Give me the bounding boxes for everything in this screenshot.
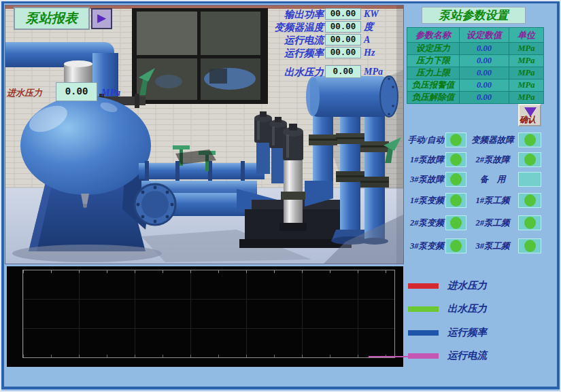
indicator-label-pump2-vfd: 2#泵变频 (402, 215, 444, 230)
output-power-value: 00.00 (325, 8, 361, 20)
lamp-pump2-mains (518, 215, 541, 230)
lamp-circle (524, 217, 536, 229)
outlet-pressure-value: 0.00 (325, 65, 361, 78)
indicator-label-pump3-mains: 3#泵工频 (468, 238, 517, 253)
pump-station-hmi-screen: 泵站报表 ▶ 进水压力 0.00 MPa 输出功率 00.00 KW 变频器温度… (0, 0, 561, 392)
axis-ticks-bottom (23, 355, 394, 357)
legend-swatch-run-current (408, 353, 439, 359)
lamp-circle (450, 173, 462, 185)
lamp-circle (524, 194, 536, 207)
legend-swatch-outlet-pressure (408, 306, 439, 312)
confirm-button[interactable]: 确认 (518, 104, 541, 126)
col-header-unit: 单位 (509, 28, 544, 43)
lamp-pump3-fault (445, 172, 466, 187)
indicator-label-pump2-mains: 2#泵工频 (468, 215, 517, 230)
lamp-circle (450, 154, 462, 166)
inlet-pressure-unit: MPa (101, 84, 120, 102)
run-current-value: 00.00 (325, 34, 361, 46)
params-table: 参数名称 设定数值 单位 设定压力 0.00 MPa 压力下限 0.00 MPa… (407, 27, 544, 104)
vfd-temp-value: 00.00 (325, 21, 361, 33)
param-name: 压力下限 (407, 55, 460, 67)
indicator-label-pump1-fault: 1#泵故障 (402, 152, 444, 167)
param-value[interactable]: 0.00 (460, 79, 509, 92)
output-power-label: 输出功率 (239, 8, 324, 20)
indicator-label-vfd-fault: 变频器故障 (468, 132, 517, 147)
lamp-manual-auto (445, 132, 466, 147)
pressure-tank (20, 96, 151, 251)
param-value[interactable]: 0.00 (460, 55, 509, 67)
run-frequency-unit: Hz (364, 47, 375, 59)
table-row: 设定压力 0.00 MPa (407, 43, 544, 55)
legend-label-inlet-pressure: 进水压力 (447, 279, 487, 292)
inlet-pressure-label: 进水压力 (7, 84, 54, 102)
param-value[interactable]: 0.00 (460, 43, 509, 55)
lamp-pump1-fault (445, 152, 466, 167)
param-name: 压力上限 (407, 67, 460, 79)
param-unit: MPa (509, 79, 544, 92)
legend-swatch-inlet-pressure (408, 283, 439, 289)
param-name: 设定压力 (407, 43, 460, 55)
indicator-label-pump1-vfd: 1#泵变频 (402, 193, 444, 208)
lamp-pump2-fault (518, 152, 541, 167)
param-unit: MPa (509, 92, 544, 104)
table-row: 压力上限 0.00 MPa (407, 67, 544, 79)
vfd-temp-unit: 度 (364, 21, 373, 33)
outlet-pressure-unit: MPa (364, 66, 383, 78)
param-name: 负压报警值 (407, 79, 460, 92)
lamp-circle (524, 154, 536, 166)
trace-run-current (369, 356, 409, 357)
confirm-label: 确认 (520, 114, 540, 126)
lamp-vfd-fault (518, 132, 541, 147)
col-header-name: 参数名称 (407, 28, 460, 43)
grid-horizontal (23, 270, 394, 357)
lamp-circle (450, 134, 462, 146)
table-row: 负压报警值 0.00 MPa (407, 79, 544, 92)
discharge-header (306, 76, 398, 117)
lamp-circle (450, 194, 462, 207)
legend-label-run-current: 运行电流 (447, 349, 487, 362)
indicator-label-pump1-mains: 1#泵工频 (468, 193, 517, 208)
inlet-pressure-value: 0.00 (56, 82, 97, 101)
lamp-pump1-mains (518, 193, 541, 208)
lamp-spare (518, 172, 541, 187)
indicator-label-pump3-vfd: 3#泵变频 (402, 238, 444, 253)
legend-label-outlet-pressure: 出水压力 (447, 302, 487, 315)
output-power-unit: KW (364, 8, 379, 20)
lamp-pump3-vfd (445, 238, 466, 253)
param-unit: MPa (509, 55, 544, 67)
param-unit: MPa (509, 43, 544, 55)
vfd-temp-label: 变频器温度 (239, 21, 324, 33)
indicator-label-manual-auto: 手动/自动 (402, 132, 444, 147)
trend-chart (7, 266, 403, 367)
lamp-circle (524, 240, 536, 252)
lamp-circle (524, 134, 536, 146)
run-frequency-value: 00.00 (325, 47, 361, 58)
lamp-circle (450, 217, 462, 229)
lamp-pump2-vfd (445, 215, 466, 230)
indicator-label-pump2-fault: 2#泵故障 (468, 152, 517, 167)
param-name: 负压解除值 (407, 92, 460, 104)
run-frequency-label: 运行频率 (239, 47, 324, 59)
table-row: 压力下限 0.00 MPa (407, 55, 544, 67)
param-value[interactable]: 0.00 (460, 67, 509, 79)
lamp-pump3-mains (518, 238, 541, 253)
trend-plot-area (22, 270, 395, 358)
legend-swatch-run-frequency (408, 330, 439, 336)
indicator-label-spare: 备 用 (468, 172, 517, 187)
axis-ticks-top (23, 270, 394, 273)
report-play-icon[interactable]: ▶ (91, 8, 112, 29)
lamp-pump1-vfd (445, 193, 466, 208)
param-value[interactable]: 0.00 (460, 92, 509, 104)
lamp-circle (450, 240, 462, 252)
run-current-unit: A (364, 34, 370, 46)
table-row: 负压解除值 0.00 MPa (407, 92, 544, 104)
indicator-label-pump3-fault: 3#泵故障 (402, 172, 444, 187)
legend-label-run-frequency: 运行频率 (447, 325, 487, 339)
report-button[interactable]: 泵站报表 (14, 7, 90, 30)
outlet-pressure-label: 出水压力 (239, 66, 324, 78)
param-unit: MPa (509, 67, 544, 79)
params-panel-title: 泵站参数设置 (422, 7, 526, 24)
col-header-value: 设定数值 (460, 28, 509, 43)
run-current-label: 运行电流 (239, 34, 324, 46)
